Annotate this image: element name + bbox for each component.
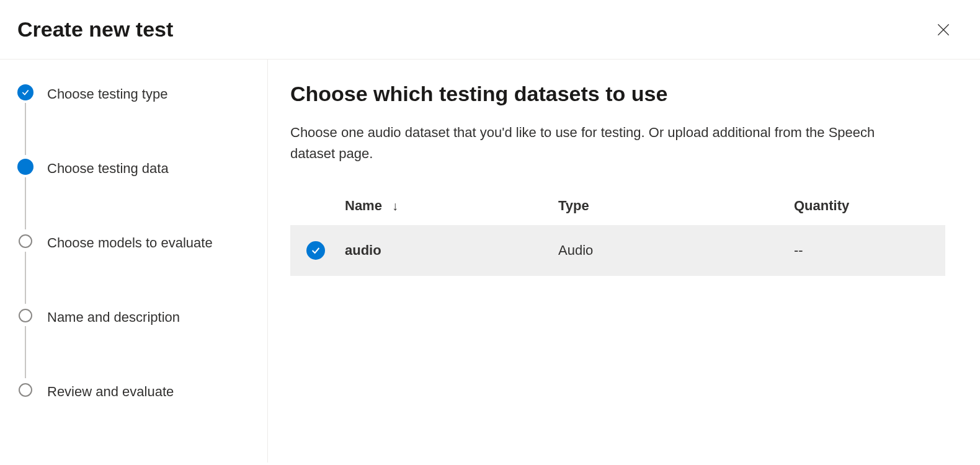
wizard-step-choose-models-to-evaluate[interactable]: Choose models to evaluate xyxy=(17,233,250,308)
column-header-select xyxy=(290,187,335,225)
row-quantity-cell: -- xyxy=(784,225,945,276)
column-header-name[interactable]: Name ↓ xyxy=(335,187,548,225)
step-indicator-pending-icon xyxy=(19,383,32,397)
dialog-title: Create new test xyxy=(17,17,173,42)
row-name-cell: audio xyxy=(335,225,548,276)
step-label: Choose testing data xyxy=(47,159,169,179)
content-title: Choose which testing datasets to use xyxy=(290,82,945,106)
close-icon xyxy=(935,22,951,38)
step-label: Choose testing type xyxy=(47,84,167,104)
step-connector xyxy=(25,326,26,378)
dialog-header: Create new test xyxy=(0,0,980,60)
table-row[interactable]: audio Audio -- xyxy=(290,225,945,276)
wizard-step-choose-testing-data[interactable]: Choose testing data xyxy=(17,159,250,233)
column-header-type-label: Type xyxy=(558,198,589,213)
column-header-name-label: Name xyxy=(345,198,382,213)
close-button[interactable] xyxy=(932,18,955,42)
wizard-content: Choose which testing datasets to use Cho… xyxy=(268,60,980,463)
step-label: Review and evaluate xyxy=(47,382,174,402)
row-type-cell: Audio xyxy=(548,225,784,276)
dataset-table: Name ↓ Type Quantity xyxy=(290,187,945,276)
wizard-step-name-and-description[interactable]: Name and description xyxy=(17,308,250,382)
column-header-quantity[interactable]: Quantity xyxy=(784,187,945,225)
step-label: Name and description xyxy=(47,308,180,327)
row-select-cell[interactable] xyxy=(290,225,335,276)
step-indicator-pending-icon xyxy=(19,309,32,322)
column-header-type[interactable]: Type xyxy=(548,187,784,225)
step-indicator-completed-icon xyxy=(17,84,33,100)
row-selected-check-icon xyxy=(306,241,325,260)
step-connector xyxy=(25,252,26,304)
step-connector xyxy=(25,103,26,155)
column-header-quantity-label: Quantity xyxy=(794,198,849,213)
step-connector xyxy=(25,177,26,229)
wizard-step-choose-testing-type[interactable]: Choose testing type xyxy=(17,84,250,159)
step-label: Choose models to evaluate xyxy=(47,233,213,253)
wizard-sidebar: Choose testing type Choose testing data … xyxy=(0,60,268,463)
wizard-steps: Choose testing type Choose testing data … xyxy=(17,84,250,401)
sort-descending-icon: ↓ xyxy=(392,199,398,213)
table-header-row: Name ↓ Type Quantity xyxy=(290,187,945,225)
dialog-body: Choose testing type Choose testing data … xyxy=(0,60,980,463)
step-indicator-pending-icon xyxy=(19,234,32,248)
step-indicator-current-icon xyxy=(17,159,33,175)
wizard-step-review-and-evaluate[interactable]: Review and evaluate xyxy=(17,382,250,402)
content-description: Choose one audio dataset that you'd like… xyxy=(290,122,923,164)
